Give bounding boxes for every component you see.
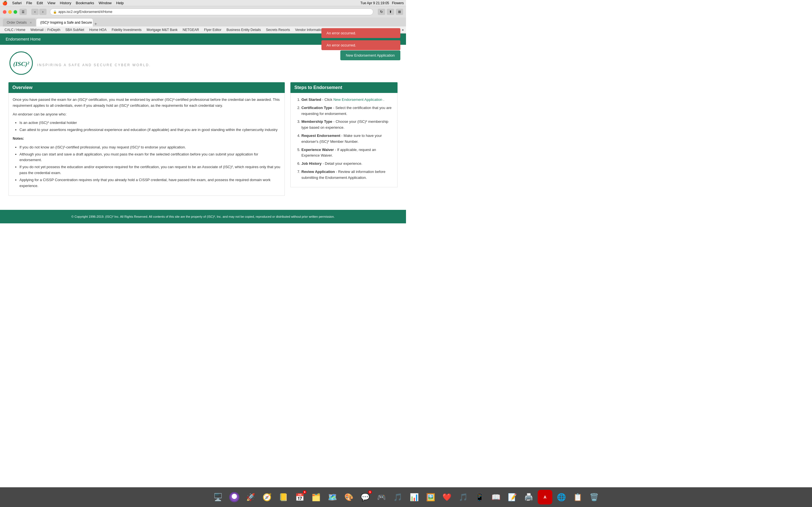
step-3: Membership Type - Choose your (ISC)² mem…	[301, 119, 393, 131]
close-button[interactable]	[3, 10, 6, 14]
sidebar-toggle[interactable]: ☰	[19, 9, 27, 15]
overview-header: Overview	[8, 82, 285, 93]
menubar-user: Flowers	[392, 1, 404, 5]
bookmark-webmail[interactable]: Webmail :: FnDepth	[28, 27, 63, 33]
note-item-0: If you do not know an (ISC)²-certified p…	[19, 145, 281, 151]
nav-endorsement-home[interactable]: Endorsement Home	[6, 37, 41, 41]
bookmark-calc[interactable]: CALC / Home	[2, 27, 28, 33]
endorser-item-0: Is an active (ISC)² credential holder	[19, 120, 281, 126]
new-endorsement-btn[interactable]: New Endorsement Application	[340, 50, 400, 60]
steps-list: Get Started - Click New Endorsement Appl…	[295, 97, 393, 181]
fullscreen-button[interactable]	[13, 10, 17, 14]
step-1: Get Started - Click New Endorsement Appl…	[301, 97, 393, 103]
step-6: Job History - Detail your experience.	[301, 161, 393, 167]
overview-para2: An endorser can be anyone who:	[13, 112, 281, 117]
new-endorsement-link[interactable]: New Endorsement Application	[333, 98, 382, 102]
step-4: Request Endorsement - Make sure to have …	[301, 133, 393, 145]
note-item-2: If you do not yet possess the education …	[19, 164, 281, 176]
steps-body: Get Started - Click New Endorsement Appl…	[290, 93, 398, 187]
minimize-button[interactable]	[8, 10, 12, 14]
forward-button[interactable]: ›	[39, 9, 47, 15]
menubar-time: Tue Apr 9 21:19:05	[360, 1, 389, 5]
bookmarks-menu[interactable]: Bookmarks	[76, 1, 94, 5]
apple-menu[interactable]: 🍎	[2, 1, 8, 6]
view-menu[interactable]: View	[47, 1, 55, 5]
new-tab-button[interactable]: +	[94, 21, 97, 26]
bookmark-more[interactable]: »	[402, 28, 404, 32]
url-text: apps.isc2.org/Endorsement/#/Home	[58, 10, 112, 14]
bookmark-sba[interactable]: SBA SubNet	[63, 27, 87, 33]
page-content: Endorsement Home (ISC)² INSPIRING A SAFE…	[0, 34, 406, 223]
overview-section: Overview Once you have passed the exam f…	[8, 82, 285, 196]
hero-section: (ISC)² INSPIRING A SAFE AND SECURE CYBER…	[0, 45, 406, 82]
window-menu[interactable]: Window	[99, 1, 112, 5]
bookmark-netgear[interactable]: NETGEAR	[181, 27, 201, 33]
note-item-3: Applying for a CISSP Concentration requi…	[19, 177, 281, 189]
error-banner-1: An error occurred.	[321, 28, 400, 38]
back-button[interactable]: ‹	[31, 9, 39, 15]
help-menu[interactable]: Help	[116, 1, 124, 5]
overview-body: Once you have passed the exam for an (IS…	[8, 93, 285, 196]
step-2: Certification Type - Select the certific…	[301, 105, 393, 117]
history-menu[interactable]: History	[60, 1, 71, 5]
svg-text:(ISC)²: (ISC)²	[13, 60, 29, 67]
bookmark-business[interactable]: Business Entity Details	[224, 27, 263, 33]
isc2-logo: (ISC)²	[8, 50, 34, 76]
file-menu[interactable]: File	[26, 1, 32, 5]
step-7: Review Application - Review all informat…	[301, 169, 393, 181]
bookmark-mortgage[interactable]: Mortgage M&T Bank	[144, 27, 180, 33]
bookmark-hoa[interactable]: Home HOA	[87, 27, 109, 33]
overview-para1: Once you have passed the exam for an (IS…	[13, 97, 281, 109]
tab-isc2[interactable]: (ISC)² Inspiring a Safe and Secure Cyber…	[36, 18, 93, 26]
bookmark-flyer[interactable]: Flyer Editor	[202, 27, 223, 33]
endorser-item-1: Can attest to your assertions regarding …	[19, 127, 281, 133]
safari-menu[interactable]: Safari	[12, 1, 22, 5]
step-5: Experience Waiver - If applicable, reque…	[301, 147, 393, 159]
edit-menu[interactable]: Edit	[37, 1, 43, 5]
bookmark-fidelity[interactable]: Fidelity Investments	[109, 27, 144, 33]
reload-button[interactable]: ↻	[378, 9, 385, 15]
main-content: Overview Once you have passed the exam f…	[0, 82, 406, 204]
site-footer: © Copyright 1996-2019. (ISC)² Inc. All R…	[0, 210, 406, 223]
logo-tagline: INSPIRING A SAFE AND SECURE CYBER WORLD.	[37, 63, 151, 67]
tabs-bar: Order Details ✕ (ISC)² Inspiring a Safe …	[0, 17, 406, 26]
endorser-list: Is an active (ISC)² credential holder Ca…	[13, 120, 281, 133]
share-button[interactable]: ⬆	[387, 9, 394, 15]
steps-section: Steps to Endorsement Get Started - Click…	[290, 82, 398, 196]
ssl-icon: 🔒	[53, 10, 57, 14]
url-bar[interactable]: 🔒 apps.isc2.org/Endorsement/#/Home	[50, 8, 373, 15]
steps-header: Steps to Endorsement	[290, 82, 398, 93]
notes-list: If you do not know an (ISC)²-certified p…	[13, 145, 281, 189]
error-banners: An error occurred. An error occurred.	[321, 28, 400, 50]
note-item-1: Although you can start and save a draft …	[19, 152, 281, 163]
error-banner-2: An error occurred.	[321, 40, 400, 50]
tab-order-details[interactable]: Order Details ✕	[3, 18, 36, 26]
menubar: 🍎 Safari File Edit View History Bookmark…	[0, 0, 406, 6]
bookmark-secrets[interactable]: Secrets Resorts	[264, 27, 292, 33]
footer-copyright: © Copyright 1996-2019. (ISC)² Inc. All R…	[71, 215, 335, 218]
new-tab-button[interactable]: ⊞	[396, 9, 403, 15]
traffic-lights	[3, 10, 17, 14]
notes-label: Notes:	[13, 136, 24, 140]
